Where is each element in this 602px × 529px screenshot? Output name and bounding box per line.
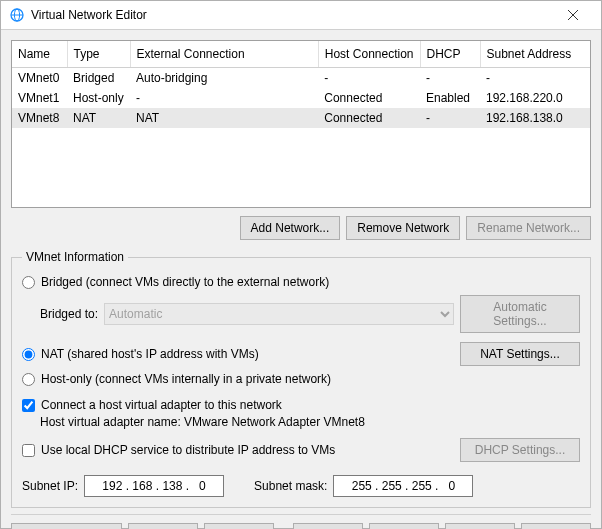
col-dhcp[interactable]: DHCP — [420, 41, 480, 68]
nat-radio-row: NAT (shared host's IP address with VMs) … — [22, 339, 580, 369]
bridged-to-label: Bridged to: — [40, 307, 98, 321]
cell-host: Connected — [318, 108, 420, 128]
col-type[interactable]: Type — [67, 41, 130, 68]
subnet-mask-input[interactable] — [333, 475, 473, 497]
export-button[interactable]: Export... — [204, 523, 274, 529]
automatic-settings-button[interactable]: Automatic Settings... — [460, 295, 580, 333]
cell-subnet: 192.168.138.0 — [480, 108, 590, 128]
import-button[interactable]: Import... — [128, 523, 198, 529]
subnet-ip-label: Subnet IP: — [22, 479, 78, 493]
vmnet-info-group: VMnet Information Bridged (connect VMs d… — [11, 250, 591, 508]
cell-ext: Auto-bridging — [130, 68, 318, 89]
network-table: Name Type External Connection Host Conne… — [11, 40, 591, 208]
add-network-button[interactable]: Add Network... — [240, 216, 341, 240]
vmnet-info-legend: VMnet Information — [22, 250, 128, 264]
nat-settings-button[interactable]: NAT Settings... — [460, 342, 580, 366]
col-ext[interactable]: External Connection — [130, 41, 318, 68]
remove-network-button[interactable]: Remove Network — [346, 216, 460, 240]
bridged-radio[interactable] — [22, 276, 35, 289]
cell-subnet: - — [480, 68, 590, 89]
window-title: Virtual Network Editor — [31, 8, 553, 22]
cell-dhcp: - — [420, 68, 480, 89]
cell-dhcp: - — [420, 108, 480, 128]
cell-host: - — [318, 68, 420, 89]
nat-radio[interactable] — [22, 348, 35, 361]
virtual-network-editor-window: Virtual Network Editor Name Type Externa… — [0, 0, 602, 529]
cell-subnet: 192.168.220.0 — [480, 88, 590, 108]
host-adapter-name: Host virtual adapter name: VMware Networ… — [22, 415, 580, 429]
use-dhcp-row: Use local DHCP service to distribute IP … — [22, 435, 580, 465]
col-subnet[interactable]: Subnet Address — [480, 41, 590, 68]
dhcp-settings-button[interactable]: DHCP Settings... — [460, 438, 580, 462]
subnet-row: Subnet IP: Subnet mask: — [22, 475, 580, 497]
connect-adapter-label: Connect a host virtual adapter to this n… — [41, 398, 282, 412]
cell-ext: - — [130, 88, 318, 108]
table-row[interactable]: VMnet8 NAT NAT Connected - 192.168.138.0 — [12, 108, 590, 128]
use-dhcp-label: Use local DHCP service to distribute IP … — [41, 443, 335, 457]
dialog-footer: Restore Defaults Import... Export... OK … — [11, 514, 591, 529]
titlebar: Virtual Network Editor — [1, 1, 601, 30]
cell-type: NAT — [67, 108, 130, 128]
bridged-label: Bridged (connect VMs directly to the ext… — [41, 275, 329, 289]
close-button[interactable] — [553, 1, 593, 29]
bridged-to-select[interactable]: Automatic — [104, 303, 454, 325]
hostonly-label: Host-only (connect VMs internally in a p… — [41, 372, 331, 386]
bridged-to-row: Bridged to: Automatic Automatic Settings… — [22, 295, 580, 333]
use-dhcp-checkbox[interactable] — [22, 444, 35, 457]
hostonly-radio-row: Host-only (connect VMs internally in a p… — [22, 369, 580, 389]
cell-dhcp: Enabled — [420, 88, 480, 108]
connect-adapter-row: Connect a host virtual adapter to this n… — [22, 395, 580, 415]
hostonly-radio[interactable] — [22, 373, 35, 386]
cell-name: VMnet1 — [12, 88, 67, 108]
connect-adapter-checkbox[interactable] — [22, 399, 35, 412]
col-host[interactable]: Host Connection — [318, 41, 420, 68]
subnet-ip-input[interactable] — [84, 475, 224, 497]
subnet-mask-label: Subnet mask: — [254, 479, 327, 493]
table-row[interactable]: VMnet1 Host-only - Connected Enabled 192… — [12, 88, 590, 108]
cell-name: VMnet0 — [12, 68, 67, 89]
network-buttons-row: Add Network... Remove Network Rename Net… — [11, 216, 591, 240]
app-icon — [9, 7, 25, 23]
apply-button[interactable]: Apply — [445, 523, 515, 529]
restore-defaults-button[interactable]: Restore Defaults — [11, 523, 122, 529]
cell-name: VMnet8 — [12, 108, 67, 128]
cell-type: Bridged — [67, 68, 130, 89]
ok-button[interactable]: OK — [293, 523, 363, 529]
help-button[interactable]: Help — [521, 523, 591, 529]
cancel-button[interactable]: Cancel — [369, 523, 439, 529]
cell-ext: NAT — [130, 108, 318, 128]
rename-network-button[interactable]: Rename Network... — [466, 216, 591, 240]
cell-host: Connected — [318, 88, 420, 108]
col-name[interactable]: Name — [12, 41, 67, 68]
nat-label: NAT (shared host's IP address with VMs) — [41, 347, 259, 361]
content-area: Name Type External Connection Host Conne… — [1, 30, 601, 529]
bridged-radio-row: Bridged (connect VMs directly to the ext… — [22, 272, 580, 292]
table-header-row: Name Type External Connection Host Conne… — [12, 41, 590, 68]
cell-type: Host-only — [67, 88, 130, 108]
table-row[interactable]: VMnet0 Bridged Auto-bridging - - - — [12, 68, 590, 89]
